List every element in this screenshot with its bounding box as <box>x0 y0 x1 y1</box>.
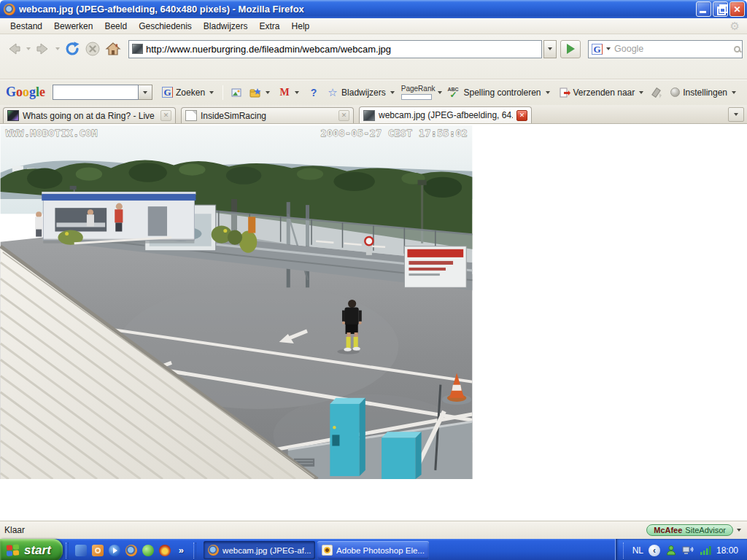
mcafee-siteadvisor[interactable]: McAfee SiteAdvisor <box>646 524 743 536</box>
caret-down-icon <box>546 91 550 94</box>
caret-down-icon <box>734 113 738 116</box>
firefox-icon <box>208 545 219 556</box>
clock[interactable]: 18:00 <box>716 545 738 556</box>
quick-launch-messenger-icon[interactable] <box>142 545 154 556</box>
window-controls: ✕ <box>696 1 745 17</box>
address-bar[interactable] <box>128 40 542 58</box>
menu-bladwijzers[interactable]: Bladwijzers <box>198 19 254 34</box>
tab-insidesimracing[interactable]: InsideSimRacing ✕ <box>181 107 354 123</box>
help-button[interactable]: ? <box>304 85 323 101</box>
language-indicator[interactable]: NL <box>632 545 643 556</box>
gear-icon[interactable]: ⚙ <box>730 20 743 31</box>
start-button[interactable]: start <box>0 539 63 560</box>
forward-button[interactable] <box>34 39 53 59</box>
network-signal-tray-icon[interactable] <box>700 545 711 556</box>
instellingen-button[interactable]: Instellingen <box>667 85 741 100</box>
tab-close-button[interactable]: ✕ <box>338 110 349 121</box>
spelling-button[interactable]: ABC✓ Spelling controleren <box>444 85 554 101</box>
zoeken-button[interactable]: G Zoeken <box>158 85 219 100</box>
back-button[interactable] <box>4 39 23 59</box>
caret-down-icon <box>295 91 299 94</box>
windows-logo-icon <box>7 544 20 557</box>
caret-down-icon[interactable] <box>737 529 741 532</box>
caret-down-icon <box>548 47 552 50</box>
menu-bewerken[interactable]: Bewerken <box>48 19 98 34</box>
menu-help[interactable]: Help <box>286 19 316 34</box>
url-input[interactable] <box>146 44 538 55</box>
zoeken-label: Zoeken <box>176 88 205 98</box>
send-to-icon <box>559 87 570 98</box>
menu-beeld[interactable]: Beeld <box>98 19 133 34</box>
toolbar-spacer <box>0 63 747 79</box>
photos-button[interactable] <box>227 85 246 101</box>
forward-dropdown-icon[interactable] <box>55 47 60 50</box>
taskbar-button-photoshop[interactable]: Adobe Photoshop Ele... <box>317 541 429 559</box>
tab-webcam-active[interactable]: webcam.jpg (JPEG-afbeelding, 64... ✕ <box>359 106 532 123</box>
minimize-button[interactable] <box>696 1 711 17</box>
bookmark-folder-icon <box>249 87 261 98</box>
stop-button[interactable] <box>83 39 102 59</box>
toolbar-separator <box>222 85 223 100</box>
status-bar: Klaar McAfee SiteAdvisor <box>0 521 747 539</box>
home-button[interactable] <box>104 39 123 59</box>
quick-launch-firefox-icon[interactable] <box>125 545 137 556</box>
gmail-button[interactable]: M <box>275 85 304 101</box>
system-tray: NL ‹ 18:00 <box>615 539 747 560</box>
taskbar-grip[interactable] <box>193 542 196 559</box>
go-button[interactable] <box>560 40 581 58</box>
google-search-dropdown[interactable] <box>139 85 152 100</box>
url-history-dropdown-button[interactable] <box>543 40 557 58</box>
quick-launch-media-player-icon[interactable] <box>109 545 120 556</box>
search-icon[interactable] <box>734 46 740 52</box>
reload-button[interactable] <box>63 39 82 59</box>
quick-launch-grip[interactable] <box>66 542 69 559</box>
tray-grip <box>623 542 626 559</box>
menu-extra[interactable]: Extra <box>254 19 286 34</box>
messenger-tray-icon[interactable] <box>665 545 677 556</box>
close-button[interactable]: ✕ <box>729 1 745 17</box>
billboard-right <box>404 246 466 288</box>
pagerank-meter <box>401 94 432 100</box>
hide-icons-chevron-icon[interactable]: ‹ <box>649 545 660 556</box>
volume-tray-icon[interactable] <box>682 545 694 556</box>
caret-down-icon <box>390 91 395 94</box>
home-icon <box>104 40 122 58</box>
search-input[interactable] <box>614 44 732 54</box>
quick-launch-overflow-chevron-icon[interactable]: » <box>176 545 187 556</box>
all-tabs-dropdown-button[interactable] <box>728 107 744 122</box>
photoshop-icon <box>322 545 333 556</box>
gmail-icon: M <box>279 87 290 98</box>
restore-button[interactable] <box>713 1 728 17</box>
google-toolbar: Google G Zoeken M ? ☆ Bla <box>0 79 747 105</box>
tab-close-button[interactable]: ✕ <box>516 110 527 121</box>
google-engine-icon: G <box>592 44 603 55</box>
quick-launch-bar: » <box>71 545 190 556</box>
taskbar-button-webcam[interactable]: webcam.jpg (JPEG-af... <box>204 541 315 559</box>
tab-ring-forum[interactable]: Whats going on at da Ring? - Live for ..… <box>3 107 176 123</box>
bladwijzers-button[interactable]: ☆ Bladwijzers <box>323 85 400 101</box>
search-bar[interactable]: G <box>588 40 743 58</box>
google-search-field[interactable] <box>53 85 139 100</box>
toolbar-area: G Google G Zoeken <box>0 34 747 105</box>
quick-launch-document-icon[interactable] <box>75 545 87 556</box>
engine-dropdown-icon[interactable] <box>606 47 611 50</box>
task-buttons: webcam.jpg (JPEG-af... Adobe Photoshop E… <box>204 541 429 559</box>
tab-close-button[interactable]: ✕ <box>160 110 171 121</box>
back-arrow-icon <box>5 40 23 58</box>
caret-down-icon[interactable] <box>438 91 442 94</box>
tab-favicon <box>185 110 197 121</box>
webcam-watermark: WWW.MOBOTIX.COM <box>6 128 98 139</box>
webcam-timestamp: 2008-05-27 CEST 17:55:02 <box>320 128 468 139</box>
add-bookmark-button[interactable] <box>246 85 275 101</box>
highlight-button[interactable] <box>649 85 666 100</box>
pagerank-indicator[interactable]: PageRank <box>401 85 436 100</box>
quick-launch-opera-icon[interactable] <box>159 545 171 556</box>
google-search-input[interactable] <box>53 85 138 99</box>
menu-geschiedenis[interactable]: Geschiedenis <box>133 19 198 34</box>
photos-icon <box>231 87 242 98</box>
verzenden-button[interactable]: Verzenden naar <box>555 85 649 101</box>
back-dropdown-icon[interactable] <box>26 47 31 50</box>
mcafee-badge[interactable]: McAfee SiteAdvisor <box>646 524 733 536</box>
quick-launch-disc-icon[interactable] <box>92 545 104 556</box>
menu-bestand[interactable]: Bestand <box>4 19 48 34</box>
